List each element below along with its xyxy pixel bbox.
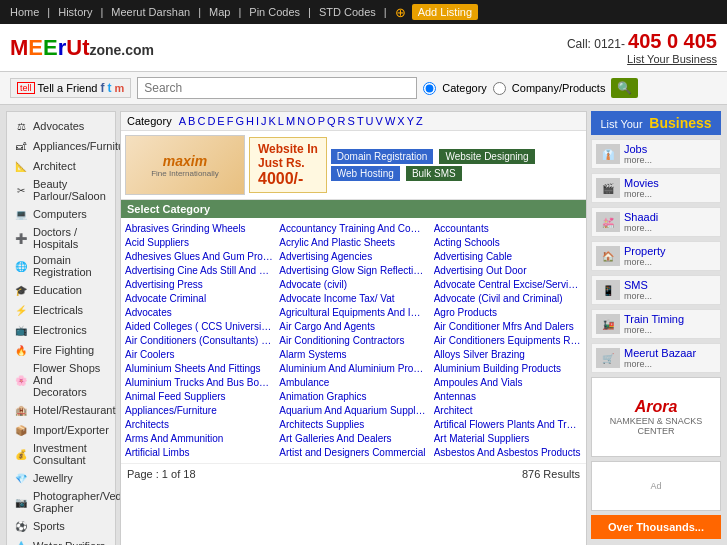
category-item[interactable]: Alloys Silver Brazing <box>434 348 582 361</box>
category-item[interactable]: Advertising Agencies <box>279 250 427 263</box>
alpha-letter-S[interactable]: S <box>348 115 355 127</box>
search-input[interactable] <box>137 77 417 99</box>
category-item[interactable]: Advocate (Civil and Criminal) <box>434 292 582 305</box>
sidebar-item-2[interactable]: 📐Architect <box>7 156 115 176</box>
category-item[interactable]: Aluminium Sheets And Fittings <box>125 362 273 375</box>
alpha-letter-A[interactable]: A <box>179 115 186 127</box>
bottom-advertisement[interactable]: Ad <box>591 461 721 511</box>
category-item[interactable]: Alarm Systems <box>279 348 427 361</box>
right-link-sms[interactable]: 📱SMSmore... <box>591 275 721 305</box>
category-item[interactable]: Air Cargo And Agents <box>279 320 427 333</box>
category-item[interactable]: Aluminium Trucks And Bus Bodies <box>125 376 273 389</box>
sidebar-item-4[interactable]: 💻Computers <box>7 204 115 224</box>
category-radio[interactable] <box>423 82 436 95</box>
sidebar-item-16[interactable]: 📷Photographer/Vedio Grapher <box>7 488 115 516</box>
sidebar-item-6[interactable]: 🌐Domain Registration <box>7 252 115 280</box>
arora-advertisement[interactable]: AroraNAMKEEN & SNACKS CENTER <box>591 377 721 457</box>
website-designing-link[interactable]: Website Designing <box>439 149 534 164</box>
alpha-letter-C[interactable]: C <box>197 115 205 127</box>
right-link-movies[interactable]: 🎬Moviesmore... <box>591 173 721 203</box>
right-link-meerut-bazaar[interactable]: 🛒Meerut Bazaarmore... <box>591 343 721 373</box>
category-item[interactable]: Abrasives Grinding Wheels <box>125 222 273 235</box>
domain-registration-link[interactable]: Domain Registration <box>331 149 434 164</box>
company-radio[interactable] <box>493 82 506 95</box>
sidebar-item-12[interactable]: 🏨Hotel/Restaurant <box>7 400 115 420</box>
right-link-train-timing[interactable]: 🚂Train Timingmore... <box>591 309 721 339</box>
banner-ad[interactable]: maxim Fine Internationally <box>125 135 245 195</box>
sidebar-item-9[interactable]: 📺Electronics <box>7 320 115 340</box>
category-item[interactable]: Architects Supplies <box>279 418 427 431</box>
category-item[interactable]: Ampoules And Vials <box>434 376 582 389</box>
alpha-letter-H[interactable]: H <box>246 115 254 127</box>
category-item[interactable]: Artificial Limbs <box>125 446 273 459</box>
alpha-letter-G[interactable]: G <box>235 115 244 127</box>
alpha-letter-X[interactable]: X <box>397 115 404 127</box>
sidebar-item-13[interactable]: 📦Import/Exporter <box>7 420 115 440</box>
category-item[interactable]: Advocate Criminal <box>125 292 273 305</box>
category-item[interactable]: Advertising Glow Sign Reflective , Banne… <box>279 264 427 277</box>
right-link-jobs[interactable]: 👔Jobsmore... <box>591 139 721 169</box>
alpha-letter-T[interactable]: T <box>357 115 364 127</box>
alpha-letter-F[interactable]: F <box>227 115 234 127</box>
category-item[interactable]: Air Conditioning Contractors <box>279 334 427 347</box>
category-item[interactable]: Artist and Designers Commercial <box>279 446 427 459</box>
alpha-letter-U[interactable]: U <box>366 115 374 127</box>
nav-home[interactable]: Home <box>10 6 39 18</box>
nav-map[interactable]: Map <box>209 6 230 18</box>
alpha-letter-P[interactable]: P <box>318 115 325 127</box>
gmail-icon[interactable]: m <box>114 82 124 94</box>
sidebar-item-0[interactable]: ⚖Advocates <box>7 116 115 136</box>
category-item[interactable]: Antennas <box>434 390 582 403</box>
category-item[interactable]: Advocate Income Tax/ Vat <box>279 292 427 305</box>
category-item[interactable]: Aquarium And Aquarium Supplies <box>279 404 427 417</box>
alpha-letter-M[interactable]: M <box>286 115 295 127</box>
category-item[interactable]: Air Conditioner Mfrs And Dalers <box>434 320 582 333</box>
category-item[interactable]: Advertising Out Door <box>434 264 582 277</box>
sidebar-item-10[interactable]: 🔥Fire Fighting <box>7 340 115 360</box>
category-item[interactable]: Arms And Ammunition <box>125 432 273 445</box>
category-item[interactable]: Aided Colleges ( CCS University ) <box>125 320 273 333</box>
sidebar-item-14[interactable]: 💰Investment Consultant <box>7 440 115 468</box>
sidebar-item-3[interactable]: ✂Beauty Parlour/Saloon <box>7 176 115 204</box>
alpha-letter-N[interactable]: N <box>297 115 305 127</box>
alpha-letter-J[interactable]: J <box>261 115 267 127</box>
category-item[interactable]: Air Coolers <box>125 348 273 361</box>
alpha-letter-V[interactable]: V <box>376 115 383 127</box>
alpha-letter-D[interactable]: D <box>207 115 215 127</box>
category-item[interactable]: Animal Feed Suppliers <box>125 390 273 403</box>
category-item[interactable]: Art Galleries And Dealers <box>279 432 427 445</box>
category-item[interactable]: Advertising Cable <box>434 250 582 263</box>
category-item[interactable]: Accountancy Training And Computer Centre <box>279 222 427 235</box>
alpha-letter-L[interactable]: L <box>278 115 284 127</box>
right-link-property[interactable]: 🏠Propertymore... <box>591 241 721 271</box>
sidebar-item-8[interactable]: ⚡Electricals <box>7 300 115 320</box>
banner-offer[interactable]: Website In Just Rs. 4000/- <box>249 137 327 193</box>
category-item[interactable]: Acrylic And Plastic Sheets <box>279 236 427 249</box>
category-item[interactable]: Advocate Central Excise/Service Tax <box>434 278 582 291</box>
alpha-letter-K[interactable]: K <box>269 115 276 127</box>
category-item[interactable]: Adhesives Glues And Gum Products <box>125 250 273 263</box>
category-item[interactable]: Advertising Cine Ads Still And Movies <box>125 264 273 277</box>
list-business-box[interactable]: List Your Business <box>591 111 721 135</box>
alpha-letter-O[interactable]: O <box>307 115 316 127</box>
sidebar-item-18[interactable]: 💧Water Purifiers <box>7 536 115 545</box>
nav-history[interactable]: History <box>58 6 92 18</box>
alpha-letter-Q[interactable]: Q <box>327 115 336 127</box>
category-item[interactable]: Advertising Press <box>125 278 273 291</box>
category-item[interactable]: Animation Graphics <box>279 390 427 403</box>
category-item[interactable]: Art Material Suppliers <box>434 432 582 445</box>
search-button[interactable]: 🔍 <box>611 78 638 98</box>
alpha-letter-B[interactable]: B <box>188 115 195 127</box>
category-item[interactable]: Appliances/Furniture <box>125 404 273 417</box>
alpha-letter-Z[interactable]: Z <box>416 115 423 127</box>
sidebar-item-7[interactable]: 🎓Education <box>7 280 115 300</box>
nav-std-codes[interactable]: STD Codes <box>319 6 376 18</box>
category-item[interactable]: Acting Schools <box>434 236 582 249</box>
twitter-icon[interactable]: t <box>107 81 111 95</box>
web-hosting-link[interactable]: Web Hosting <box>331 166 400 181</box>
category-item[interactable]: Advocates <box>125 306 273 319</box>
alpha-letter-I[interactable]: I <box>256 115 259 127</box>
alpha-letter-Y[interactable]: Y <box>407 115 414 127</box>
category-item[interactable]: Acid Suppliers <box>125 236 273 249</box>
alpha-letter-W[interactable]: W <box>385 115 395 127</box>
